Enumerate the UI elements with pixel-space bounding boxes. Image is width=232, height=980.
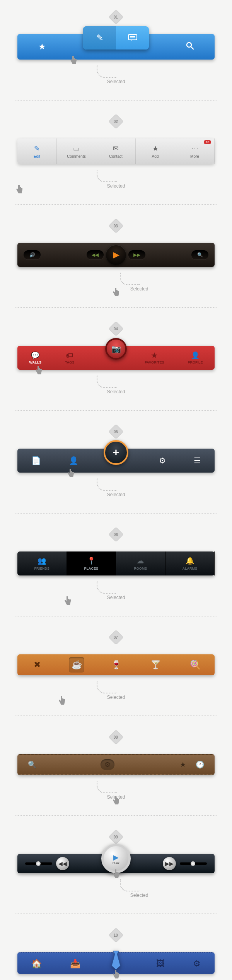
star-button[interactable]: ★ (176, 759, 190, 770)
alarms-tab[interactable]: 🔔ALARMS (165, 551, 215, 575)
play-button[interactable]: ▶ (106, 245, 126, 265)
rewind-button[interactable]: ◀◀ (87, 250, 104, 260)
zoom-button[interactable]: 🔍 (25, 759, 39, 770)
walls-tab[interactable]: 💬WALLS (29, 351, 41, 364)
inbox-button[interactable]: 📥 (70, 959, 80, 969)
friends-tab[interactable]: 👥FRIENDS (17, 551, 67, 575)
forward-button[interactable]: ▶▶ (128, 250, 145, 260)
forward-button[interactable]: ▶▶ (163, 857, 176, 870)
rewind-button[interactable]: ◀◀ (56, 857, 69, 870)
home-button[interactable]: 🏠 (31, 959, 42, 969)
coffee-button[interactable]: ☕ (69, 657, 84, 673)
media-player-dark: 🔊 ◀◀ ▶ ▶▶ 🔍 (17, 243, 215, 267)
selected-label: Selected (46, 286, 232, 292)
star-button[interactable]: ★ (17, 42, 67, 52)
selected-label: Selected (0, 389, 232, 394)
section-number-05: 05 (108, 424, 124, 439)
section-number-02: 02 (108, 114, 124, 129)
section-number-03: 03 (108, 218, 124, 234)
clock-button[interactable]: 🕐 (193, 759, 207, 770)
selected-popup: ✎ (83, 26, 149, 50)
pointer-icon (67, 468, 75, 480)
more-badge: 10 (204, 140, 211, 144)
favorites-tab[interactable]: ★FAVORITES (145, 351, 164, 364)
settings-button[interactable]: ⚙ (101, 759, 114, 770)
section-number-08: 08 (108, 729, 124, 745)
list-button[interactable]: ☰ (194, 456, 201, 465)
toolbar-dark-tabs: 👥FRIENDS 📍PLACES ☁ROOMS 🔔ALARMS (17, 551, 215, 575)
media-player-metal: ◀◀ ▶ PLAY ▶▶ (17, 854, 215, 873)
selected-label: Selected (0, 595, 232, 600)
section-number-01: 01 (108, 9, 124, 25)
selected-label: Selected (0, 794, 232, 800)
section-number-06: 06 (108, 527, 124, 542)
camera-button[interactable]: 📷 (105, 338, 127, 360)
tags-tab[interactable]: 🏷TAGS (65, 352, 74, 364)
edit-tab[interactable]: ✎Edit (17, 138, 57, 164)
svg-line-4 (191, 47, 193, 49)
toolbar-blue: ★ ✎ (17, 34, 215, 60)
chat-button[interactable] (116, 26, 149, 50)
progress-slider[interactable] (25, 862, 52, 865)
selected-label: Selected (46, 893, 232, 898)
contact-tab[interactable]: ✉Contact (96, 138, 136, 164)
selected-label: Selected (0, 492, 232, 497)
selected-label: Selected (0, 183, 232, 189)
profile-tab[interactable]: 👤PROFILE (188, 351, 203, 364)
svg-rect-0 (128, 34, 137, 40)
toolbar-leather: 🔍 ⚙ ★ 🕐 (17, 754, 215, 775)
lollipop-button[interactable]: 🍭 (187, 657, 203, 673)
image-button[interactable]: 🖼 (156, 959, 165, 969)
section-number-04: 04 (108, 321, 124, 336)
pointer-icon (35, 365, 43, 377)
section-number-09: 09 (108, 829, 124, 845)
section-number-10: 10 (108, 927, 124, 943)
add-button[interactable]: + (104, 440, 128, 465)
wine-button[interactable]: 🍷 (108, 657, 124, 673)
settings-button[interactable]: ⚙ (193, 959, 201, 969)
places-tab[interactable]: 📍PLACES (67, 551, 116, 575)
selected-label: Selected (0, 79, 232, 84)
food-button[interactable]: ✖ (29, 657, 45, 673)
more-tab[interactable]: ⋯More10 (175, 138, 215, 164)
search-button[interactable]: 🔍 (191, 250, 208, 260)
edit-button[interactable]: ✎ (83, 26, 116, 50)
add-tab[interactable]: ★Add (136, 138, 175, 164)
rooms-tab[interactable]: ☁ROOMS (116, 551, 165, 575)
toolbar-navy: 📄 👤 + ⚙ ☰ (17, 449, 215, 473)
pointer-icon (112, 869, 120, 880)
selected-label: Selected (0, 695, 232, 700)
pointer-icon (70, 55, 77, 67)
document-button[interactable]: 📄 (31, 456, 41, 465)
cocktail-button[interactable]: 🍸 (148, 657, 163, 673)
volume-slider[interactable] (180, 862, 207, 865)
toolbar-wood: ✖ ☕ 🍷 🍸 🍭 (17, 654, 215, 675)
tie-button[interactable] (106, 950, 126, 970)
volume-button[interactable]: 🔊 (24, 250, 41, 260)
settings-button[interactable]: ⚙ (159, 456, 166, 465)
comments-tab[interactable]: ▭Comments (57, 138, 96, 164)
toolbar-red: 💬WALLS 🏷TAGS 📷 ★FAVORITES 👤PROFILE (17, 346, 215, 370)
section-number-07: 07 (108, 630, 124, 645)
toolbar-denim: 🏠 📥 🖼 ⚙ (17, 952, 215, 974)
pointer-icon (112, 969, 120, 980)
toolbar-light: ✎Edit ▭Comments ✉Contact ★Add ⋯More10 (17, 138, 215, 164)
search-button[interactable] (165, 41, 215, 52)
user-button[interactable]: 👤 (69, 456, 78, 465)
